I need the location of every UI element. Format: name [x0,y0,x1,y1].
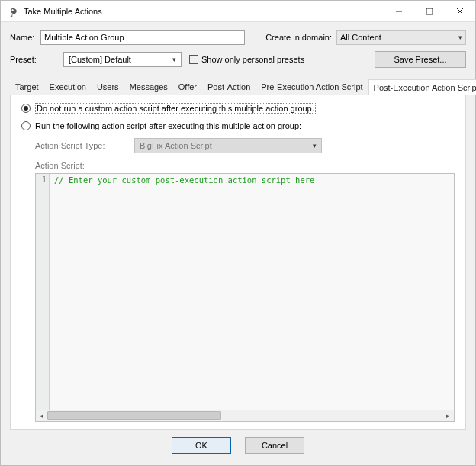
window-title: Take Multiple Actions [22,7,384,16]
action-script-label: Action Script: [35,161,455,170]
radio-do-not-run[interactable] [21,104,31,113]
tab-execution[interactable]: Execution [44,79,92,95]
tab-post-action[interactable]: Post-Action [202,79,256,95]
script-type-label: Action Script Type: [35,141,134,150]
ok-button[interactable]: OK [172,437,231,454]
preset-label: Preset: [10,55,40,64]
post-exec-panel: Do not run a custom action script after … [10,95,466,430]
script-type-select: BigFix Action Script ▾ [134,138,322,153]
preset-select[interactable]: [Custom] Default ▾ [63,52,182,67]
radio-do-not-run-label: Do not run a custom action script after … [35,103,316,114]
tab-users[interactable]: Users [92,79,124,95]
close-button[interactable] [445,2,475,21]
domain-value: All Content [340,33,381,42]
tab-strip: Target Execution Users Messages Offer Po… [10,79,466,95]
personal-presets-checkbox[interactable] [189,55,198,64]
save-preset-button[interactable]: Save Preset... [375,51,466,68]
tab-offer[interactable]: Offer [173,79,202,95]
cancel-button[interactable]: Cancel [245,437,304,454]
scroll-right-icon[interactable]: ▸ [442,410,454,422]
domain-select[interactable]: All Content ▾ [336,30,466,45]
chevron-down-icon: ▾ [313,142,317,149]
minimize-button[interactable] [384,2,414,21]
dialog-footer: OK Cancel [10,430,466,461]
editor-hscrollbar[interactable]: ◂ ▸ [36,410,454,421]
tab-messages[interactable]: Messages [124,79,173,95]
scroll-thumb[interactable] [47,411,221,420]
editor-code[interactable]: // Enter your custom post-execution acti… [50,174,454,410]
app-icon [5,5,18,18]
tab-target[interactable]: Target [10,79,44,95]
personal-presets-label: Show only personal presets [201,55,304,64]
domain-label: Create in domain: [265,33,332,42]
name-label: Name: [10,33,40,42]
scroll-left-icon[interactable]: ◂ [36,410,47,422]
tab-pre-exec[interactable]: Pre-Execution Action Script [256,79,368,95]
editor-gutter: 1 [36,174,50,410]
chevron-down-icon: ▾ [172,56,176,63]
chevron-down-icon: ▾ [458,34,462,41]
radio-run-script-label: Run the following action script after ex… [35,121,301,130]
maximize-button[interactable] [414,2,445,21]
svg-rect-1 [426,8,433,14]
name-input[interactable] [40,30,245,45]
script-type-value: BigFix Action Script [140,141,212,150]
titlebar: Take Multiple Actions [1,1,475,22]
tab-post-exec[interactable]: Post-Execution Action Script [368,79,476,95]
radio-run-script[interactable] [21,121,31,130]
action-script-editor: 1 // Enter your custom post-execution ac… [35,173,455,422]
preset-value: [Custom] Default [69,55,131,64]
take-multiple-actions-window: Take Multiple Actions Name: Create in do… [0,0,476,466]
